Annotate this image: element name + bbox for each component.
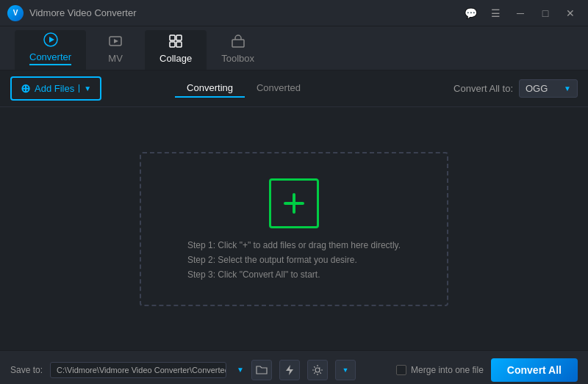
tab-mv-label: MV (108, 53, 123, 64)
svg-marker-3 (114, 39, 118, 43)
merge-checkbox[interactable] (396, 365, 406, 375)
add-file-icon-box[interactable] (269, 178, 319, 228)
feedback-button[interactable]: 💬 (460, 5, 481, 21)
settings-dropdown-btn[interactable]: ▼ (335, 360, 356, 380)
tab-toolbox[interactable]: Toolbox (207, 30, 269, 70)
converting-tab[interactable]: Converting (175, 79, 245, 98)
instruction-2: Step 2: Select the output format you des… (187, 255, 401, 265)
svg-marker-11 (286, 365, 293, 375)
tab-collage[interactable]: Collage (145, 30, 207, 70)
converter-icon (43, 32, 58, 49)
folder-icon-btn[interactable] (251, 360, 272, 380)
svg-rect-8 (232, 40, 244, 47)
instructions: Step 1: Click "+" to add files or drag t… (187, 240, 401, 280)
add-files-label: Add Files (35, 83, 74, 94)
svg-rect-7 (176, 42, 182, 47)
convert-all-to-label: Convert All to: (453, 83, 513, 94)
format-dropdown[interactable]: OGG ▼ (519, 79, 578, 98)
collage-icon (168, 34, 183, 51)
convert-all-button[interactable]: Convert All (491, 358, 578, 382)
title-bar-controls: 💬 ☰ ─ □ ✕ (460, 5, 581, 21)
menu-button[interactable]: ☰ (485, 5, 506, 21)
bottom-bar: Save to: C:\Vidmore\Vidmore Video Conver… (0, 350, 588, 384)
plus-icon-svg (279, 189, 309, 218)
tab-mv[interactable]: MV (86, 30, 145, 70)
svg-rect-4 (170, 35, 175, 40)
settings-dropdown-arrow: ▼ (342, 366, 348, 374)
maximize-button[interactable]: □ (535, 5, 556, 21)
title-bar: V Vidmore Video Converter 💬 ☰ ─ □ ✕ (0, 0, 588, 26)
flash-icon (284, 364, 295, 376)
merge-checkbox-area: Merge into one file (396, 365, 484, 375)
convert-all-to-area: Convert All to: OGG ▼ (453, 79, 578, 98)
tab-converter-label: Converter (29, 51, 71, 65)
plus-icon: ⊕ (21, 81, 30, 95)
mv-icon (108, 34, 123, 51)
folder-icon (256, 365, 268, 375)
merge-label: Merge into one file (411, 365, 484, 375)
svg-rect-6 (170, 42, 175, 47)
add-files-button[interactable]: ⊕ Add Files ▼ (10, 76, 101, 101)
format-dropdown-arrow: ▼ (564, 84, 571, 93)
minimize-button[interactable]: ─ (510, 5, 531, 21)
converting-tabs: Converting Converted (175, 79, 312, 98)
toolbar: ⊕ Add Files ▼ Converting Converted Conve… (0, 70, 588, 107)
tab-converter[interactable]: Converter (15, 30, 86, 70)
selected-format: OGG (526, 83, 548, 94)
add-files-dropdown-arrow[interactable]: ▼ (79, 84, 91, 93)
tab-collage-label: Collage (159, 53, 192, 64)
instruction-3: Step 3: Click "Convert All" to start. (187, 269, 401, 280)
drop-zone[interactable]: Step 1: Click "+" to add files or drag t… (140, 152, 448, 306)
app-title: Vidmore Video Converter (29, 7, 137, 18)
app-logo: V (7, 5, 24, 21)
main-content: Step 1: Click "+" to add files or drag t… (0, 107, 588, 350)
save-path-display: C:\Vidmore\Vidmore Video Converter\Conve… (50, 362, 226, 378)
nav-tabs: Converter MV Collage Toolb (0, 26, 588, 70)
tab-toolbox-label: Toolbox (221, 53, 254, 64)
instruction-1: Step 1: Click "+" to add files or drag t… (187, 240, 401, 250)
save-path-text: C:\Vidmore\Vidmore Video Converter\Conve… (57, 366, 226, 374)
toolbox-icon (231, 34, 245, 51)
flash-icon-btn[interactable] (279, 360, 300, 380)
svg-rect-5 (176, 35, 182, 40)
path-dropdown-arrow[interactable]: ▼ (237, 366, 244, 374)
close-button[interactable]: ✕ (560, 5, 581, 21)
settings-icon-btn[interactable] (307, 360, 328, 380)
title-bar-left: V Vidmore Video Converter (7, 5, 137, 21)
converted-tab[interactable]: Converted (245, 79, 312, 98)
svg-marker-1 (49, 37, 54, 43)
save-to-label: Save to: (10, 365, 43, 375)
settings-icon (312, 364, 323, 376)
